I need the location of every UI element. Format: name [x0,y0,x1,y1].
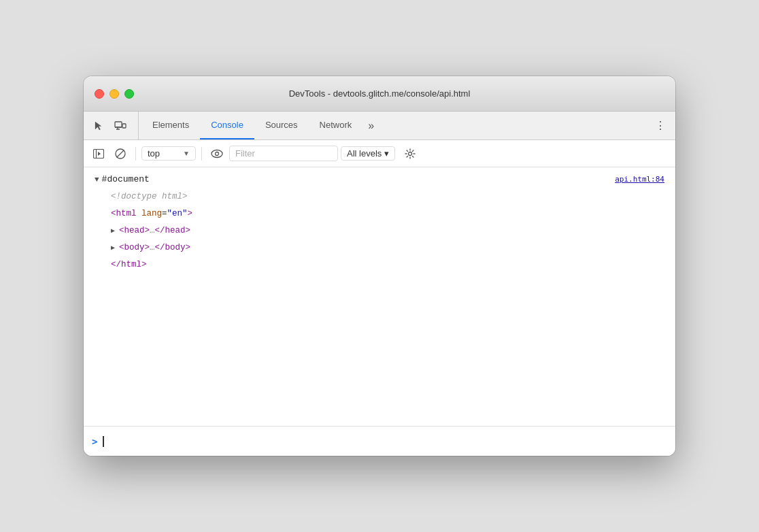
tab-console[interactable]: Console [200,112,254,139]
document-root-row: ▼ #document api.html:84 [84,173,675,186]
console-prompt: > [92,436,97,447]
clear-console-button[interactable] [111,144,130,163]
dom-line-head: ▶ <head>…</head> [95,222,664,239]
maximize-button[interactable] [124,89,134,99]
eye-toggle-button[interactable] [207,144,226,163]
svg-line-9 [117,150,124,157]
head-collapsed: <head>…</head> [119,222,190,239]
document-triangle-icon[interactable]: ▼ [95,176,99,184]
dom-tree: <!doctype html> <html lang="en"> ▶ <head… [84,186,675,276]
tab-more-button[interactable]: » [362,112,380,139]
dom-line-doctype: <!doctype html> [95,188,664,205]
tabbar-icons [89,112,139,139]
tab-sources[interactable]: Sources [254,112,309,139]
settings-button[interactable] [401,144,420,163]
console-content: ▼ #document api.html:84 <!doctype html> … [84,167,675,426]
console-input-area[interactable]: > [84,426,675,456]
body-triangle-icon[interactable]: ▶ [111,242,119,255]
html-close-tag: </html> [111,256,147,273]
devtools-window: DevTools - devtools.glitch.me/console/ap… [84,76,675,456]
tabbar: Elements Console Sources Network » ⋮ [84,112,675,140]
minimize-button[interactable] [109,89,119,99]
svg-point-12 [409,152,412,155]
devtools-menu-button[interactable]: ⋮ [651,116,670,135]
log-level-selector[interactable]: All levels ▾ [341,146,395,161]
dom-line-html-close: </html> [95,256,664,273]
tabbar-end: ⋮ [651,112,670,139]
tab-network[interactable]: Network [309,112,363,139]
source-link[interactable]: api.html:84 [615,175,664,184]
toolbar: top ▼ All levels ▾ [84,140,675,167]
html-open-tag: <html lang="en"> [111,205,192,222]
context-arrow-icon: ▼ [183,150,190,157]
svg-marker-7 [98,152,101,156]
tab-elements[interactable]: Elements [141,112,200,139]
svg-point-11 [216,152,219,155]
filter-input[interactable] [229,146,338,161]
close-button[interactable] [95,89,104,99]
svg-point-10 [212,150,222,157]
context-selector[interactable]: top ▼ [141,146,196,161]
document-label: #document [102,174,150,184]
doctype-text: <!doctype html> [111,188,188,205]
toolbar-divider-2 [201,147,202,161]
window-title: DevTools - devtools.glitch.me/console/ap… [289,88,471,99]
dom-line-body: ▶ <body>…</body> [95,239,664,256]
cursor-icon[interactable] [89,116,108,135]
document-root: ▼ #document [95,174,150,184]
traffic-lights [95,89,134,99]
titlebar: DevTools - devtools.glitch.me/console/ap… [84,76,675,112]
body-collapsed: <body>…</body> [119,239,190,256]
svg-rect-0 [115,122,122,127]
dom-line-html-open: <html lang="en"> [95,205,664,222]
console-cursor [103,436,104,447]
device-icon[interactable] [111,116,130,135]
sidebar-toggle-button[interactable] [89,144,108,163]
levels-arrow-icon: ▾ [384,148,389,159]
toolbar-divider [135,147,136,161]
svg-rect-1 [122,124,126,128]
head-triangle-icon[interactable]: ▶ [111,225,119,238]
